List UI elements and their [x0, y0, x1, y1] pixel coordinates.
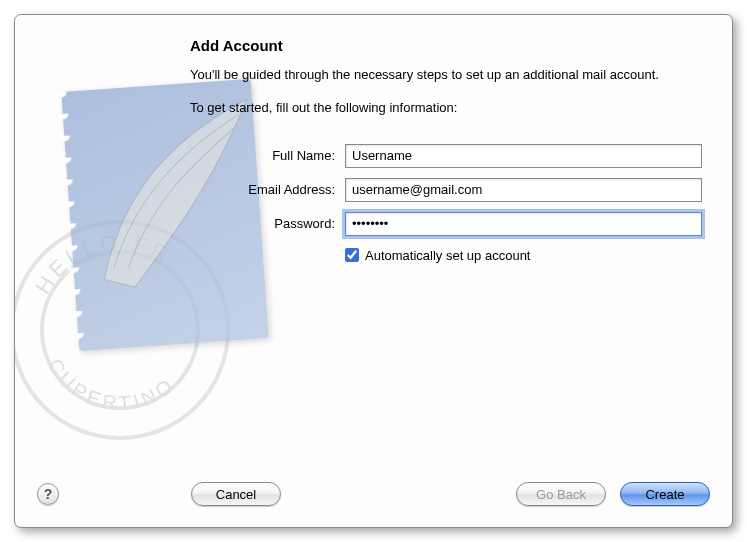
help-button[interactable]: ?	[37, 483, 59, 505]
email-label: Email Address:	[190, 182, 345, 197]
auto-setup-label: Automatically set up account	[365, 248, 530, 263]
go-back-button[interactable]: Go Back	[516, 482, 606, 506]
dialog-footer: ? Cancel Go Back Create	[15, 477, 732, 511]
add-account-dialog: HELLO FR CUPERTINO Add Account You'll be…	[14, 14, 733, 528]
intro-text-1: You'll be guided through the necessary s…	[190, 66, 702, 85]
fullname-input[interactable]	[345, 144, 702, 168]
account-form: Full Name: Email Address: Password: Auto…	[190, 144, 702, 263]
email-input[interactable]	[345, 178, 702, 202]
password-label: Password:	[190, 216, 345, 231]
intro-text-2: To get started, fill out the following i…	[190, 99, 702, 118]
auto-setup-checkbox[interactable]	[345, 248, 359, 262]
cancel-button[interactable]: Cancel	[191, 482, 281, 506]
dialog-content: Add Account You'll be guided through the…	[190, 37, 702, 263]
password-input[interactable]	[345, 212, 702, 236]
create-button[interactable]: Create	[620, 482, 710, 506]
fullname-label: Full Name:	[190, 148, 345, 163]
dialog-title: Add Account	[190, 37, 702, 54]
svg-text:CUPERTINO: CUPERTINO	[44, 355, 180, 415]
